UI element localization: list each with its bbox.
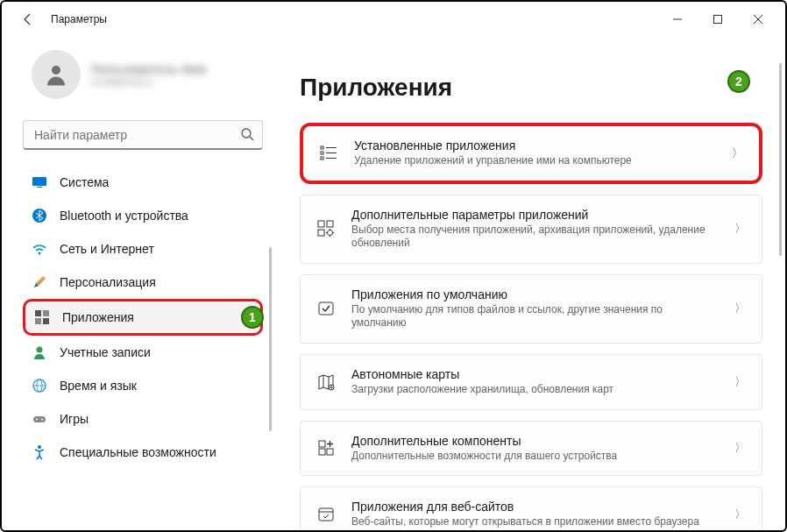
svg-rect-11 [35,310,41,316]
list-icon [319,144,338,163]
close-button[interactable] [738,5,778,33]
card-desc: По умолчанию для типов файлов и ссылок, … [351,303,719,330]
map-icon [316,372,336,392]
sidebar-item-time-language[interactable]: Время и язык [23,369,263,402]
avatar [32,50,81,99]
profile-name: Пользователь Имя [91,62,207,76]
window-controls [657,5,778,33]
svg-line-6 [250,137,253,140]
svg-rect-29 [318,221,324,227]
sidebar-item-gaming[interactable]: Игры [23,402,263,436]
chevron-right-icon: 〉 [732,145,743,161]
profile-section[interactable]: Пользователь Имя email@mail.ru [23,37,263,117]
display-icon [32,174,47,190]
main-content: 2 Приложения Установленные приложения Уд… [273,37,785,530]
svg-rect-38 [327,449,333,455]
svg-point-22 [38,445,41,449]
sidebar: Пользователь Имя email@mail.ru Система B… [2,37,273,530]
chevron-right-icon: 〉 [734,374,746,390]
card-default-apps[interactable]: Приложения по умолчанию По умолчанию для… [300,274,762,344]
annotation-badge-2: 2 [727,70,750,93]
svg-rect-19 [33,416,46,422]
svg-point-20 [36,419,38,421]
svg-point-4 [52,66,60,74]
sidebar-item-accounts[interactable]: Учетные записи [23,336,263,369]
sidebar-item-label: Учетные записи [60,345,151,359]
chevron-right-icon: 〉 [734,507,746,522]
wifi-icon [32,241,47,257]
card-title: Дополнительные компоненты [351,434,719,448]
svg-point-32 [328,231,333,236]
sidebar-item-label: Специальные возможности [60,445,216,459]
annotation-badge-1: 1 [241,306,264,329]
card-offline-maps[interactable]: Автономные карты Загрузки расположение х… [300,354,762,410]
svg-rect-23 [321,146,323,149]
apps-gear-icon [316,219,336,238]
svg-point-15 [37,347,43,353]
search-input[interactable] [23,120,263,150]
svg-rect-40 [319,508,333,521]
person-icon [32,344,47,360]
globe-icon [32,378,47,394]
main-scrollbar[interactable] [779,63,782,256]
chevron-right-icon: 〉 [734,221,746,237]
sidebar-scrollbar[interactable] [269,247,272,431]
card-apps-for-websites[interactable]: Приложения для веб-сайтов Веб-сайты, кот… [300,486,762,530]
chevron-right-icon: 〉 [734,440,746,456]
sidebar-item-bluetooth[interactable]: Bluetooth и устройства [23,199,263,232]
card-desc: Загрузки расположение хранилища, обновле… [351,383,719,397]
card-title: Приложения для веб-сайтов [351,500,719,514]
card-desc: Выбор места получения приложений, архива… [351,223,719,251]
svg-point-5 [242,129,251,138]
maximize-button[interactable] [698,5,738,33]
sidebar-item-personalization[interactable]: Персонализация [23,266,263,299]
sidebar-item-label: Сеть и Интернет [60,242,154,256]
svg-rect-12 [43,310,49,316]
sidebar-item-label: Персонализация [60,275,156,289]
sidebar-item-label: Время и язык [60,379,137,393]
sidebar-item-label: Bluetooth и устройства [60,209,188,223]
page-title: Приложения [300,74,762,102]
add-feature-icon [316,438,336,458]
card-optional-features[interactable]: Дополнительные компоненты Дополнительные… [300,421,762,477]
sidebar-item-apps[interactable]: Приложения 1 [23,299,263,336]
sidebar-item-system[interactable]: Система [23,166,263,199]
card-desc: Веб-сайты, которые могут открываться в п… [351,515,719,529]
svg-rect-8 [37,187,42,188]
window-title: Параметры [51,13,107,25]
sidebar-item-network[interactable]: Сеть и Интернет [23,232,263,266]
card-desc: Удаление приложений и управление ими на … [354,154,716,168]
card-installed-apps[interactable]: Установленные приложения Удаление прилож… [300,123,762,184]
svg-rect-25 [321,157,323,160]
sidebar-item-accessibility[interactable]: Специальные возможности [23,436,263,469]
titlebar: Параметры [2,2,785,37]
search-icon [240,127,254,144]
svg-rect-14 [43,318,49,324]
search-container [23,120,263,150]
apps-icon [34,309,50,325]
card-title: Установленные приложения [354,138,716,153]
website-app-icon [316,505,336,524]
svg-rect-24 [321,152,323,154]
bluetooth-icon [32,208,47,223]
back-button[interactable] [12,4,44,35]
svg-point-10 [39,252,41,255]
svg-rect-39 [319,449,325,455]
minimize-button[interactable] [657,5,698,33]
gamepad-icon [32,411,47,427]
svg-rect-33 [319,302,333,315]
card-advanced-app-settings[interactable]: Дополнительные параметры приложений Выбо… [300,195,762,264]
svg-rect-30 [327,221,333,227]
profile-email: email@mail.ru [91,76,207,87]
sidebar-item-label: Приложения [62,310,134,324]
sidebar-item-label: Игры [60,412,89,426]
card-desc: Дополнительные возможности для вашего ус… [351,450,719,464]
svg-rect-7 [32,177,46,186]
svg-rect-31 [318,230,324,236]
card-title: Дополнительные параметры приложений [351,208,719,222]
svg-rect-13 [35,318,41,324]
chevron-right-icon: 〉 [734,301,746,316]
card-title: Приложения по умолчанию [351,287,719,301]
default-apps-icon [316,299,336,318]
brush-icon [32,274,47,290]
